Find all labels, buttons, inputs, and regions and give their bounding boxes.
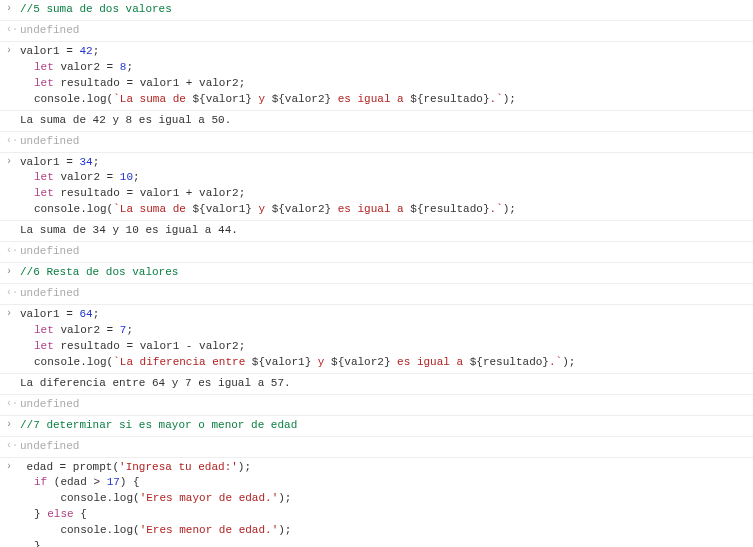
console-output: ›//5 suma de dos valores‹·undefined›valo… — [0, 0, 753, 547]
input-arrow-icon: › — [6, 307, 12, 322]
output-arrow-icon: ‹· — [6, 397, 18, 412]
console-row: La suma de 34 y 10 es igual a 44. — [0, 220, 753, 241]
log-output: La diferencia entre 64 y 7 es igual a 57… — [20, 377, 291, 389]
return-value: undefined — [20, 245, 79, 257]
output-arrow-icon: ‹· — [6, 286, 18, 301]
return-value: undefined — [20, 398, 79, 410]
console-row: ›//6 Resta de dos valores — [0, 262, 753, 283]
return-value: undefined — [20, 135, 79, 147]
console-row: ‹·undefined — [0, 283, 753, 304]
console-row: ‹·undefined — [0, 394, 753, 415]
input-arrow-icon: › — [6, 2, 12, 17]
output-arrow-icon: ‹· — [6, 244, 18, 259]
console-row: ›//7 determinar si es mayor o menor de e… — [0, 415, 753, 436]
code-block: valor1 = 64;let valor2 = 7;let resultado… — [20, 307, 749, 371]
console-row: La diferencia entre 64 y 7 es igual a 57… — [0, 373, 753, 394]
console-row: ›valor1 = 34;let valor2 = 10;let resulta… — [0, 152, 753, 221]
console-row: ‹·undefined — [0, 436, 753, 457]
return-value: undefined — [20, 440, 79, 452]
input-arrow-icon: › — [6, 265, 12, 280]
code-block: valor1 = 34;let valor2 = 10;let resultad… — [20, 155, 749, 219]
code-comment: //5 suma de dos valores — [20, 3, 172, 15]
console-row: ›valor1 = 64;let valor2 = 7;let resultad… — [0, 304, 753, 373]
input-arrow-icon: › — [6, 155, 12, 170]
console-row: ‹·undefined — [0, 20, 753, 41]
input-arrow-icon: › — [6, 418, 12, 433]
console-row: ‹·undefined — [0, 241, 753, 262]
return-value: undefined — [20, 287, 79, 299]
output-arrow-icon: ‹· — [6, 439, 18, 454]
console-row: ›//5 suma de dos valores — [0, 0, 753, 20]
console-row: La suma de 42 y 8 es igual a 50. — [0, 110, 753, 131]
input-arrow-icon: › — [6, 44, 12, 59]
log-output: La suma de 34 y 10 es igual a 44. — [20, 224, 238, 236]
spacer — [6, 376, 12, 391]
output-arrow-icon: ‹· — [6, 134, 18, 149]
code-block: edad = prompt('Ingresa tu edad:');if (ed… — [20, 460, 749, 548]
log-output: La suma de 42 y 8 es igual a 50. — [20, 114, 231, 126]
console-row: › edad = prompt('Ingresa tu edad:');if (… — [0, 457, 753, 548]
output-arrow-icon: ‹· — [6, 23, 18, 38]
code-block: valor1 = 42;let valor2 = 8;let resultado… — [20, 44, 749, 108]
input-arrow-icon: › — [6, 460, 12, 475]
code-comment: //6 Resta de dos valores — [20, 266, 178, 278]
return-value: undefined — [20, 24, 79, 36]
code-comment: //7 determinar si es mayor o menor de ed… — [20, 419, 297, 431]
spacer — [6, 223, 12, 238]
console-row: ›valor1 = 42;let valor2 = 8;let resultad… — [0, 41, 753, 110]
console-row: ‹·undefined — [0, 131, 753, 152]
spacer — [6, 113, 12, 128]
